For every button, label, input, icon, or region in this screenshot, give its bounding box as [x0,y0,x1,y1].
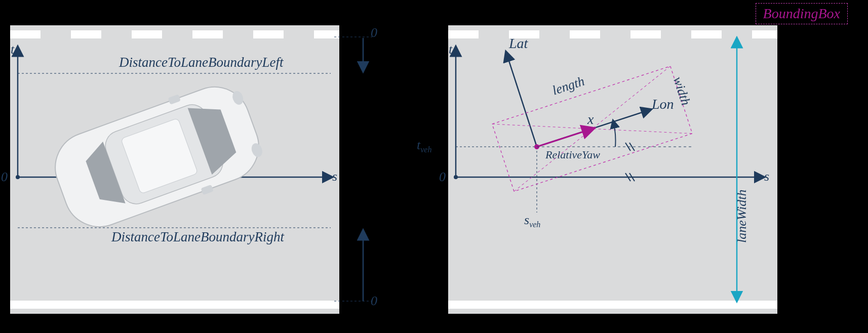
t-axis-label-r: t [449,42,452,57]
lat-label: Lat [509,35,528,52]
lane-width-label: laneWidth [734,190,749,243]
s-veh-label: sveh [524,213,540,229]
t-veh-sub: veh [420,145,431,154]
s-veh-sub: veh [529,220,540,229]
right-panel: 0 t s Lat Lon x length width RelativeYaw… [448,25,777,314]
zero-bottom: 0 [371,294,377,309]
lon-label: Lon [652,96,674,112]
relative-yaw-label: RelativeYaw [545,148,600,161]
s-axis-label-r: s [764,169,769,184]
x-vector-label: x [587,111,594,128]
svg-point-18 [454,175,458,179]
svg-line-26 [537,129,592,147]
zero-top: 0 [371,25,377,40]
right-diagram-svg [448,25,777,314]
svg-line-22 [506,53,537,147]
t-veh-label: tveh [417,138,431,154]
origin-label-r: 0 [439,170,446,185]
s-veh-s: s [524,213,529,227]
